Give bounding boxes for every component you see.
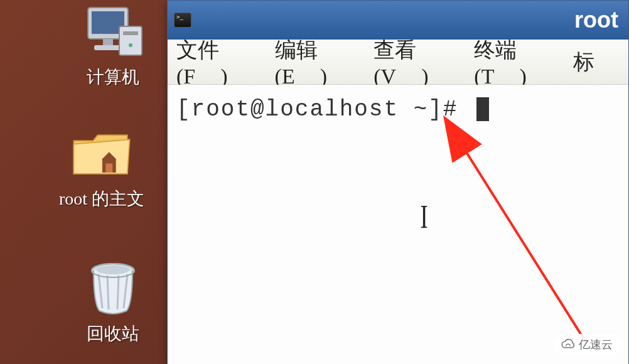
menu-edit[interactable]: 编辑(E) [275, 36, 349, 88]
terminal-block-cursor [476, 97, 489, 121]
text-caret-icon: I [421, 198, 428, 237]
menu-terminal[interactable]: 终端(T) [474, 36, 548, 88]
watermark: 亿速云 [554, 334, 621, 355]
svg-rect-2 [103, 39, 113, 45]
menubar: 文件(F) 编辑(E) 查看(V) 终端(T) 标 [168, 40, 628, 85]
home-folder-icon [70, 126, 133, 182]
svg-point-10 [97, 265, 129, 274]
terminal-body[interactable]: [root@localhost ~]# I [168, 85, 628, 364]
menu-help-partial[interactable]: 标 [573, 48, 594, 77]
window-titlebar[interactable]: root [168, 1, 628, 40]
cloud-icon [560, 336, 576, 353]
terminal-app-icon [174, 13, 191, 28]
svg-rect-3 [94, 45, 122, 50]
svg-rect-4 [119, 26, 142, 55]
desktop-icon-label: 计算机 [56, 65, 169, 89]
menu-view[interactable]: 查看(V) [374, 36, 449, 88]
menu-file[interactable]: 文件(F) [176, 36, 250, 88]
terminal-window: root 文件(F) 编辑(E) 查看(V) 终端(T) 标 [root@loc… [167, 0, 629, 364]
desktop-icon-label: root 的主文 [33, 187, 171, 211]
desktop-icon-label: 回收站 [56, 322, 169, 346]
window-title: root [199, 7, 622, 33]
svg-point-6 [129, 43, 132, 47]
trash-icon [82, 260, 144, 317]
svg-rect-5 [123, 31, 138, 35]
terminal-prompt: [root@localhost ~]# [176, 97, 473, 122]
computer-icon [82, 4, 144, 60]
desktop-icon-computer[interactable]: 计算机 [56, 4, 169, 89]
desktop-icon-home-folder[interactable]: root 的主文 [33, 126, 171, 211]
svg-rect-7 [105, 163, 112, 173]
desktop-icon-trash[interactable]: 回收站 [56, 260, 169, 346]
watermark-text: 亿速云 [579, 337, 613, 352]
desktop-background: 计算机 root 的主文 回收站 root [0, 0, 629, 364]
